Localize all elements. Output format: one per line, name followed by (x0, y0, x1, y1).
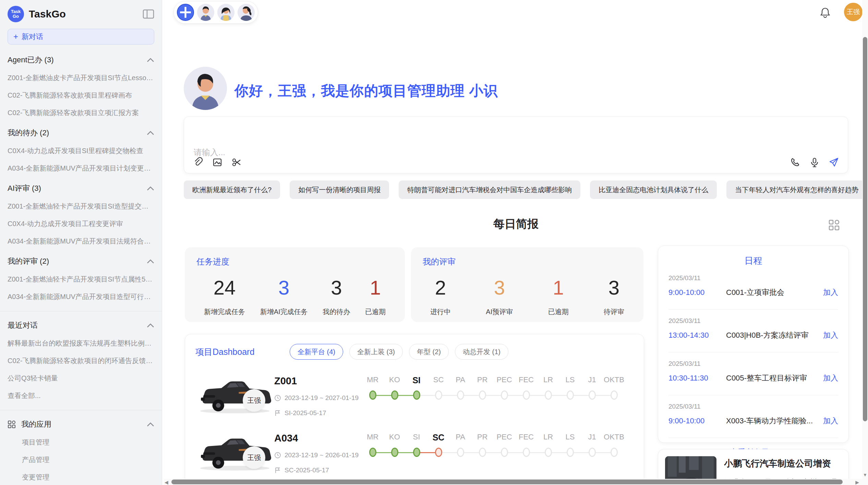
milestone-timeline: MR KO SI SC PA PR PEC FEC LR LS J1 OKTB (362, 433, 625, 460)
tab-powertrain[interactable]: 动总开发 (1) (455, 344, 508, 360)
stat-label: 进行中 (430, 307, 451, 316)
milestone-labels: MR KO SI SC PA PR PEC FEC LR LS J1 OKTB (362, 375, 625, 385)
scissors-icon[interactable] (231, 157, 242, 167)
suggestion-chips: 欧洲新规最近颁布了什么? 如何写一份清晰的项目周报 特朗普可能对进口汽车增税会对… (184, 181, 867, 199)
add-agent-button[interactable] (177, 4, 194, 21)
stat-value: 2 (430, 276, 451, 299)
task-item[interactable]: Z001-全新燃油轻卡产品开发项目SI造型提交物评审 (8, 202, 154, 211)
milestone-dot-done (369, 448, 376, 457)
tab-new-body[interactable]: 全新上装 (3) (349, 344, 403, 360)
vertical-scroll-thumb[interactable] (863, 37, 867, 421)
project-owner-badge: 王强 (243, 446, 265, 469)
agent-avatar-3[interactable] (238, 4, 255, 21)
recent-view-all[interactable]: 查看全部... (8, 391, 154, 400)
task-item[interactable]: C02-飞腾新能源轻客改款项目立项汇报方案 (8, 108, 154, 117)
task-item[interactable]: Z001-全新燃油轻卡产品开发项目SI节点属性5D文件评审 (8, 275, 154, 284)
project-row-z001[interactable]: 王强 Z001 2023-12-19 ~ 2027-01-19 SI-2025-… (195, 375, 634, 417)
join-link[interactable]: 加入 (823, 330, 838, 340)
milestone-dot (567, 390, 574, 400)
milestone-label-current: SI (406, 375, 427, 385)
stat-label: 我的待办 (323, 307, 350, 316)
clock-icon (274, 452, 281, 459)
app-item-change-mgmt[interactable]: 变更管理 (22, 473, 154, 482)
schedule-name: C001-立项审批会 (726, 287, 823, 298)
news-title: 小鹏飞行汽车制造公司增资 (724, 458, 842, 470)
sidebar-header: Task Go TaskGo (8, 4, 154, 24)
section-my-apps[interactable]: 我的应用 (8, 419, 154, 430)
send-icon[interactable] (829, 157, 839, 167)
schedule-date: 2025/03/11 (668, 317, 838, 325)
horizontal-scroll-thumb[interactable] (171, 480, 843, 484)
project-row-a034[interactable]: 王强 A034 2023-12-19 ~ 2026-01-19 SC-2025-… (195, 432, 634, 474)
chevron-up-icon[interactable] (147, 130, 154, 135)
suggestion-chip[interactable]: 欧洲新规最近颁布了什么? (184, 181, 280, 199)
chevron-up-icon[interactable] (147, 323, 154, 328)
tab-model-year[interactable]: 年型 (2) (409, 344, 449, 360)
tab-new-platform[interactable]: 全新平台 (4) (290, 344, 343, 360)
recent-chat-item[interactable]: 解释最新出台的欧盟报废车法规再生塑料比例被调至15%... (8, 339, 154, 348)
notification-bell-icon[interactable] (820, 7, 830, 18)
project-car-image: 王强 (195, 432, 274, 471)
app-name: TaskGo (29, 8, 143, 20)
microphone-icon[interactable] (809, 157, 820, 167)
section-agent-done[interactable]: Agent已办 (3) (8, 55, 154, 65)
chevron-up-icon[interactable] (147, 186, 154, 191)
task-item[interactable]: Z001-全新燃油皮卡产品开发项目SI节点Lesson Learn报告 (8, 73, 154, 83)
recent-chat-item[interactable]: C02-飞腾新能源轻客改款项目的闭环通告反馈情况 (8, 356, 154, 365)
milestone-dot-done (369, 390, 376, 400)
task-item[interactable]: A034-全新新能源MUV产品开发项目法规符合性评审 (8, 237, 154, 246)
scroll-right-arrow[interactable]: ▶ (855, 480, 859, 485)
section-title: 我的待办 (2) (8, 128, 49, 138)
chevron-up-icon[interactable] (147, 422, 154, 427)
section-title: 我的应用 (21, 419, 51, 430)
new-chat-button[interactable]: + 新对话 (8, 29, 154, 45)
divider (0, 410, 162, 410)
suggestion-chip[interactable]: 如何写一份清晰的项目周报 (290, 181, 389, 199)
suggestion-chip[interactable]: 特朗普可能对进口汽车增税会对中国车企造成哪些影响 (399, 181, 580, 199)
app-item-project-mgmt[interactable]: 项目管理 (22, 438, 154, 447)
logo-text-top: Task (11, 9, 21, 14)
join-link[interactable]: 加入 (823, 287, 838, 298)
task-item[interactable]: A034-全新新能源MUV产品开发项目计划变更表编写 (8, 164, 154, 173)
chevron-up-icon[interactable] (147, 58, 154, 62)
suggestion-chip[interactable]: 比亚迪全固态电池计划具体说了什么 (590, 181, 717, 199)
sidebar-collapse-icon[interactable] (143, 9, 154, 19)
section-my-review[interactable]: 我的评审 (2) (8, 256, 154, 266)
milestone-label: PR (471, 433, 493, 443)
sidebar: Task Go TaskGo + 新对话 Agent已办 (3) Z001-全新… (0, 0, 162, 485)
task-item[interactable]: C0X4-动力总成开发项目SI里程碑提交物检查 (8, 146, 154, 156)
image-icon[interactable] (212, 157, 222, 167)
agent-avatar-1[interactable] (197, 4, 214, 21)
schedule-date: 2025/03/11 (668, 403, 838, 410)
user-avatar[interactable]: 王强 (844, 3, 863, 21)
section-ai-review[interactable]: AI评审 (3) (8, 183, 154, 194)
task-item[interactable]: A034-全新新能源MUV产品开发项目造型可行性评审 (8, 292, 154, 301)
schedule-date: 2025/03/11 (668, 360, 838, 368)
chat-composer[interactable]: 请输入... (184, 116, 848, 173)
scroll-down-arrow[interactable]: ▼ (863, 472, 867, 477)
horizontal-scrollbar[interactable]: ◀ ▶ (164, 479, 868, 485)
agent-avatar-bar (173, 1, 258, 24)
suggestion-chip[interactable]: 当下年轻人对汽车外观有怎样的喜好趋势 (726, 181, 867, 199)
logo-text-bottom: Go (13, 14, 19, 19)
layout-grid-icon[interactable] (828, 219, 840, 231)
agent-avatar-2[interactable] (217, 4, 234, 21)
join-link[interactable]: 加入 (823, 416, 838, 426)
new-chat-label: 新对话 (22, 32, 43, 41)
vertical-scrollbar[interactable]: ▼ (862, 0, 868, 479)
task-item[interactable]: C0X4-动力总成开发项目工程变更评审 (8, 219, 154, 228)
recent-chat-item[interactable]: 公司Q3轻卡销量 (8, 374, 154, 383)
section-recent-chats[interactable]: 最近对话 (8, 320, 154, 331)
chevron-up-icon[interactable] (147, 259, 154, 264)
section-my-todo[interactable]: 我的待办 (2) (8, 128, 154, 138)
scroll-left-arrow[interactable]: ◀ (165, 480, 168, 485)
attachment-icon[interactable] (193, 157, 203, 167)
phone-icon[interactable] (790, 157, 800, 167)
stat-new-ai-done: 3 新增AI完成任务 (260, 276, 308, 316)
task-item[interactable]: C02-飞腾新能源轻客改款项目里程碑画布 (8, 91, 154, 100)
app-item-product-mgmt[interactable]: 产品管理 (22, 455, 154, 464)
join-link[interactable]: 加入 (823, 373, 838, 383)
project-code: Z001 (274, 375, 362, 387)
milestone-dot (523, 448, 530, 457)
milestone-label: FEC (515, 433, 537, 443)
